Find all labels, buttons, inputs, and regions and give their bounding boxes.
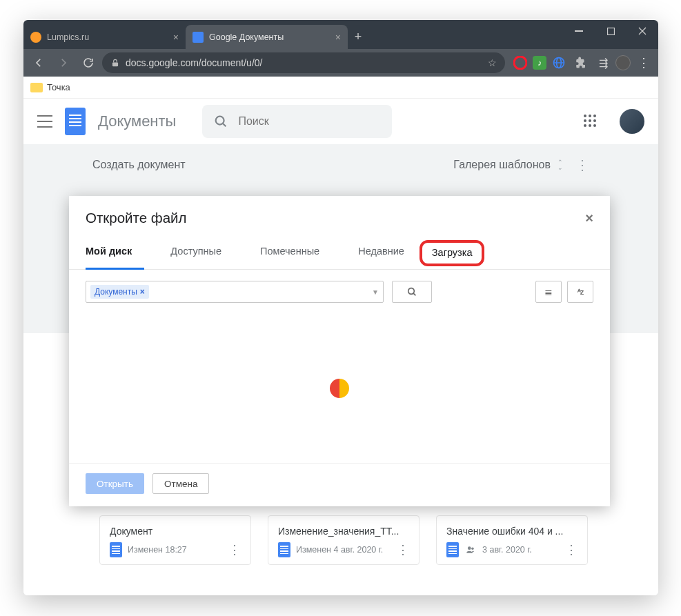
back-button[interactable] — [28, 52, 50, 74]
docs-logo-icon — [65, 108, 86, 135]
document-cards: Документ Изменен 18:27 ⋮ Изменение_значе… — [99, 515, 617, 565]
bookmark-item[interactable]: Точка — [47, 82, 70, 92]
svg-rect-1 — [607, 28, 614, 34]
templates-menu-button[interactable]: ⋮ — [575, 157, 589, 173]
reload-button[interactable] — [77, 52, 99, 74]
profile-avatar[interactable] — [620, 109, 644, 134]
list-view-button[interactable]: ≣ — [535, 281, 562, 303]
doc-icon — [446, 542, 459, 557]
lock-icon — [110, 58, 120, 68]
svg-line-14 — [413, 293, 415, 295]
minimize-button[interactable] — [563, 20, 595, 42]
address-bar[interactable]: docs.google.com/document/u/0/ ☆ — [102, 52, 505, 73]
close-icon[interactable]: × — [173, 32, 179, 43]
favicon-gdocs — [193, 32, 204, 43]
doc-icon — [110, 542, 122, 557]
forward-button[interactable] — [52, 52, 75, 74]
globe-icon[interactable] — [549, 53, 569, 72]
svg-point-11 — [468, 546, 471, 550]
loading-spinner-icon — [330, 379, 349, 398]
window-controls — [563, 20, 658, 42]
card-meta: 3 авг. 2020 г. — [482, 545, 532, 555]
tab-recent[interactable]: Недавние — [346, 237, 417, 269]
card-meta: Изменен 18:27 — [128, 545, 187, 555]
tab-upload[interactable]: Загрузка — [420, 240, 485, 266]
dialog-close-button[interactable]: × — [585, 210, 593, 226]
url-text: docs.google.com/document/u/0/ — [126, 57, 262, 68]
chrome-menu-button[interactable]: ⋮ — [633, 55, 654, 70]
document-card[interactable]: Документ Изменен 18:27 ⋮ — [99, 515, 251, 565]
svg-point-9 — [216, 117, 224, 125]
open-file-dialog: Откройте файл × Мой диск Доступные Помеч… — [69, 196, 610, 506]
titlebar: Lumpics.ru × Google Документы × + — [23, 20, 658, 49]
document-card[interactable]: Значение ошибки 404 и ... 3 авг. 2020 г.… — [436, 515, 588, 565]
chrome-window: Lumpics.ru × Google Документы × + docs.g… — [23, 20, 658, 595]
search-button[interactable] — [392, 281, 432, 303]
create-document-label: Создать документ — [92, 159, 186, 171]
sort-button[interactable]: ᴬz — [567, 281, 593, 303]
tab-my-drive[interactable]: Мой диск — [86, 237, 144, 269]
card-title: Изменение_значения_TT... — [278, 526, 409, 537]
search-icon — [213, 114, 228, 129]
browser-tabs: Lumpics.ru × Google Документы × + — [23, 25, 368, 49]
folder-icon — [30, 83, 43, 92]
profile-avatar-small[interactable] — [615, 55, 631, 70]
card-menu-icon[interactable]: ⋮ — [565, 542, 578, 557]
new-tab-button[interactable]: + — [348, 25, 368, 49]
template-gallery-button[interactable]: Галерея шаблонов — [453, 159, 551, 171]
docs-page: Документы Создать документ Галерея шабло… — [23, 99, 658, 595]
chip-remove-icon[interactable]: × — [140, 287, 145, 297]
dialog-footer: Открыть Отмена — [69, 463, 610, 506]
dialog-title: Откройте файл — [86, 210, 187, 226]
favicon-lumpics — [30, 32, 41, 43]
extensions-icon[interactable] — [571, 53, 591, 72]
apps-icon[interactable] — [584, 115, 598, 128]
search-box[interactable] — [202, 105, 391, 138]
doc-icon — [278, 542, 290, 557]
dialog-body — [69, 314, 610, 463]
extension-icons: ♪ ⇶ ⋮ — [508, 53, 654, 72]
open-button[interactable]: Открыть — [86, 473, 144, 494]
card-meta: Изменен 4 авг. 2020 г. — [296, 545, 383, 555]
maximize-button[interactable] — [595, 20, 626, 42]
close-window-button[interactable] — [626, 20, 658, 42]
music-icon[interactable]: ♪ — [533, 56, 546, 70]
filter-chip-box[interactable]: Документы × ▼ — [86, 281, 384, 303]
card-title: Значение ошибки 404 и ... — [446, 526, 578, 537]
tab-title: Google Документы — [209, 32, 284, 42]
browser-tab-gdocs[interactable]: Google Документы × — [186, 25, 348, 49]
card-title: Документ — [110, 526, 241, 537]
menu-icon[interactable] — [37, 115, 52, 128]
card-menu-icon[interactable]: ⋮ — [397, 542, 409, 557]
filter-row: Документы × ▼ ≣ ᴬz — [69, 270, 610, 314]
expand-icon[interactable]: ⌃⌄ — [557, 159, 563, 170]
tab-title: Lumpics.ru — [47, 32, 89, 42]
svg-point-5 — [514, 57, 526, 69]
filter-chip[interactable]: Документы × — [90, 285, 149, 299]
card-menu-icon[interactable]: ⋮ — [228, 542, 241, 557]
reader-icon[interactable]: ⇶ — [593, 53, 613, 72]
svg-rect-0 — [575, 30, 583, 32]
dialog-tabs: Мой диск Доступные Помеченные Недавние З… — [69, 237, 610, 270]
docs-header: Документы — [23, 99, 658, 144]
close-icon[interactable]: × — [335, 32, 341, 43]
app-title: Документы — [98, 112, 176, 130]
search-input[interactable] — [238, 115, 380, 128]
chip-label: Документы — [95, 287, 137, 297]
document-card[interactable]: Изменение_значения_TT... Изменен 4 авг. … — [268, 515, 420, 565]
svg-line-10 — [223, 123, 226, 126]
cancel-button[interactable]: Отмена — [152, 473, 209, 494]
opera-icon[interactable] — [511, 53, 530, 72]
templates-bar: Создать документ Галерея шаблонов ⌃⌄ ⋮ — [23, 144, 658, 186]
tab-shared[interactable]: Доступные — [158, 237, 234, 269]
svg-rect-4 — [112, 62, 118, 66]
star-icon[interactable]: ☆ — [488, 57, 497, 68]
browser-tab-lumpics[interactable]: Lumpics.ru × — [23, 25, 186, 49]
tab-starred[interactable]: Помеченные — [248, 237, 332, 269]
bookmarks-bar: Точка — [23, 77, 658, 99]
chevron-down-icon[interactable]: ▼ — [372, 288, 379, 296]
shared-icon — [464, 545, 477, 555]
svg-point-13 — [408, 288, 415, 295]
address-row: docs.google.com/document/u/0/ ☆ ♪ ⇶ ⋮ — [23, 49, 658, 77]
svg-point-12 — [471, 548, 474, 550]
